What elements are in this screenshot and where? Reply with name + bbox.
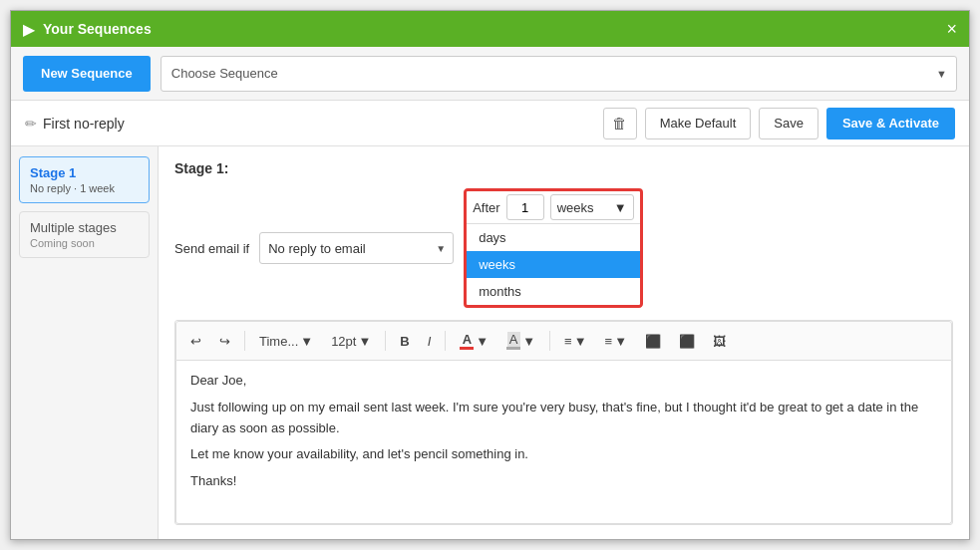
bold-button[interactable]: B bbox=[394, 328, 415, 354]
condition-dropdown-wrapper: No reply to email No open No click ▼ bbox=[259, 232, 454, 264]
image-icon: 🖼 bbox=[713, 334, 726, 349]
sidebar-item-stage1[interactable]: Stage 1 No reply · 1 week bbox=[19, 156, 150, 203]
choose-sequence-select[interactable]: Choose Sequence bbox=[161, 56, 957, 92]
insert-image-button[interactable]: 🖼 bbox=[707, 328, 732, 354]
separator1 bbox=[244, 331, 245, 351]
edit-icon[interactable]: ✏ bbox=[25, 116, 37, 132]
editor-line1: Dear Joe, bbox=[190, 371, 937, 392]
sidebar: Stage 1 No reply · 1 week Multiple stage… bbox=[11, 146, 159, 539]
time-unit-dropdown-list: days weeks months bbox=[467, 223, 639, 305]
separator3 bbox=[445, 331, 446, 351]
ordered-list-chevron: ▼ bbox=[614, 334, 627, 349]
bold-icon: B bbox=[400, 334, 409, 349]
multiple-stages-title: Multiple stages bbox=[30, 220, 139, 235]
delete-button[interactable]: 🗑 bbox=[603, 108, 637, 139]
font-color-icon: A bbox=[460, 332, 474, 350]
font-family-chevron: ▼ bbox=[300, 334, 313, 349]
coming-soon-label: Coming soon bbox=[30, 237, 139, 249]
unordered-list-icon: ≡ bbox=[564, 334, 572, 349]
editor-line2: Just following up on my email sent last … bbox=[190, 398, 937, 439]
italic-button[interactable]: I bbox=[422, 328, 438, 354]
top-bar: New Sequence Choose Sequence ▼ bbox=[11, 47, 969, 101]
font-family-button[interactable]: Time... ▼ bbox=[253, 328, 319, 354]
close-button[interactable]: × bbox=[946, 20, 957, 38]
main-window: ▶ Your Sequences × New Sequence Choose S… bbox=[10, 10, 970, 540]
align-right-icon: ⬛ bbox=[679, 334, 695, 349]
stage1-subtitle: No reply · 1 week bbox=[30, 182, 139, 194]
separator4 bbox=[549, 331, 550, 351]
sidebar-item-multiple-stages: Multiple stages Coming soon bbox=[19, 211, 150, 258]
highlight-icon: A bbox=[506, 332, 520, 350]
separator2 bbox=[385, 331, 386, 351]
time-unit-area: After weeks ▼ days weeks months bbox=[464, 188, 642, 308]
save-activate-button[interactable]: Save & Activate bbox=[826, 108, 955, 139]
ordered-list-button[interactable]: ≡ ▼ bbox=[599, 328, 633, 354]
option-weeks[interactable]: weeks bbox=[467, 251, 639, 278]
option-months[interactable]: months bbox=[467, 278, 639, 305]
after-label: After bbox=[473, 200, 499, 215]
font-size-button[interactable]: 12pt ▼ bbox=[325, 328, 377, 354]
redo-button[interactable]: ↪ bbox=[213, 328, 236, 354]
redo-icon: ↪ bbox=[219, 334, 230, 349]
align-left-button[interactable]: ⬛ bbox=[639, 328, 667, 354]
highlight-chevron: ▼ bbox=[522, 334, 535, 349]
weeks-selected-label: weeks bbox=[557, 200, 594, 215]
weeks-dropdown-button[interactable]: weeks ▼ bbox=[550, 194, 634, 220]
new-sequence-button[interactable]: New Sequence bbox=[23, 56, 151, 92]
undo-icon: ↩ bbox=[190, 334, 201, 349]
title-bar: ▶ Your Sequences × bbox=[11, 11, 969, 47]
choose-sequence-wrapper: Choose Sequence ▼ bbox=[161, 56, 957, 92]
weeks-select-wrapper: weeks ▼ bbox=[550, 194, 634, 220]
editor-line3: Let me know your availability, and let's… bbox=[190, 444, 937, 465]
font-size-chevron: ▼ bbox=[358, 334, 371, 349]
sequence-name: First no-reply bbox=[43, 116, 125, 132]
font-color-chevron: ▼ bbox=[476, 334, 489, 349]
subheader: ✏ First no-reply 🗑 Make Default Save Sav… bbox=[11, 101, 969, 146]
weeks-chevron-icon: ▼ bbox=[614, 200, 627, 215]
save-button[interactable]: Save bbox=[759, 108, 818, 139]
after-weeks-top: After weeks ▼ bbox=[467, 191, 639, 223]
list-chevron: ▼ bbox=[574, 334, 587, 349]
font-color-button[interactable]: A ▼ bbox=[454, 328, 494, 354]
trash-icon: 🗑 bbox=[612, 115, 627, 132]
undo-button[interactable]: ↩ bbox=[184, 328, 207, 354]
stage1-title: Stage 1 bbox=[30, 165, 139, 180]
italic-icon: I bbox=[428, 334, 432, 349]
send-email-row: Send email if No reply to email No open … bbox=[174, 188, 953, 308]
editor-area: Stage 1: Send email if No reply to email… bbox=[159, 146, 969, 539]
font-family-label: Time... bbox=[259, 334, 298, 349]
title-bar-left: ▶ Your Sequences bbox=[23, 20, 152, 39]
ordered-list-icon: ≡ bbox=[605, 334, 613, 349]
editor-line4: Thanks! bbox=[190, 471, 937, 492]
rich-editor: ↩ ↪ Time... ▼ 12pt ▼ bbox=[174, 320, 953, 525]
option-days[interactable]: days bbox=[467, 224, 639, 251]
condition-select[interactable]: No reply to email No open No click bbox=[259, 232, 454, 264]
make-default-button[interactable]: Make Default bbox=[645, 108, 752, 139]
align-right-button[interactable]: ⬛ bbox=[673, 328, 701, 354]
highlight-color-button[interactable]: A ▼ bbox=[500, 328, 541, 354]
editor-toolbar: ↩ ↪ Time... ▼ 12pt ▼ bbox=[175, 321, 952, 361]
main-content: Stage 1 No reply · 1 week Multiple stage… bbox=[11, 146, 969, 539]
font-size-label: 12pt bbox=[331, 334, 356, 349]
editor-content[interactable]: Dear Joe, Just following up on my email … bbox=[175, 361, 952, 524]
after-number-input[interactable] bbox=[506, 194, 544, 220]
window-title: Your Sequences bbox=[43, 21, 152, 37]
sequence-title-area: ✏ First no-reply bbox=[25, 116, 603, 132]
align-left-icon: ⬛ bbox=[645, 334, 661, 349]
send-email-label: Send email if bbox=[174, 241, 249, 256]
stage-label: Stage 1: bbox=[174, 160, 953, 176]
unordered-list-button[interactable]: ≡ ▼ bbox=[558, 328, 592, 354]
app-icon: ▶ bbox=[23, 20, 35, 39]
subheader-actions: 🗑 Make Default Save Save & Activate bbox=[603, 108, 955, 139]
